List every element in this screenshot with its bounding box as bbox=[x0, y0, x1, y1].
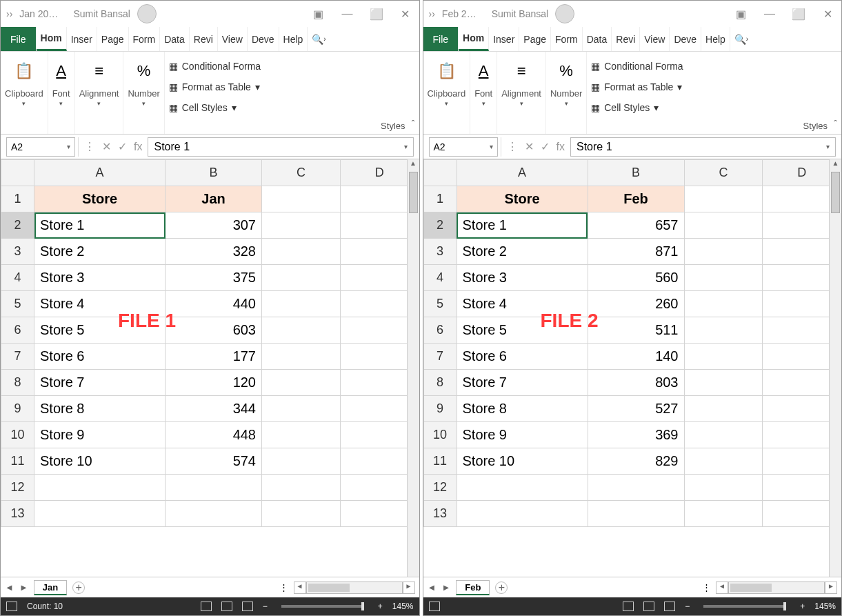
cell[interactable]: 328 bbox=[166, 239, 262, 265]
cell[interactable]: Store 9 bbox=[457, 422, 588, 448]
zoom-out-button[interactable]: − bbox=[263, 602, 268, 611]
name-box[interactable]: A2▾ bbox=[6, 137, 75, 157]
cell[interactable] bbox=[262, 291, 341, 317]
collapse-ribbon-button[interactable]: ˆ bbox=[412, 119, 415, 130]
cell[interactable] bbox=[684, 239, 763, 265]
cell[interactable] bbox=[588, 475, 684, 501]
horizontal-scrollbar[interactable]: ⋮ ◄► bbox=[702, 582, 837, 594]
formula-input[interactable]: Store 1▾ bbox=[570, 137, 836, 157]
cell[interactable]: Store bbox=[457, 186, 588, 212]
cell[interactable]: 177 bbox=[166, 344, 262, 370]
row-header[interactable]: 2 bbox=[1, 212, 34, 239]
scrollbar-thumb[interactable] bbox=[730, 584, 772, 592]
more-icon[interactable]: ⋮ bbox=[84, 140, 95, 153]
cell[interactable]: Feb bbox=[588, 186, 684, 212]
tab-deve[interactable]: Deve bbox=[670, 27, 701, 51]
chevron-down-icon[interactable]: ▾ bbox=[490, 143, 493, 150]
cell[interactable]: Store 3 bbox=[457, 265, 588, 291]
zoom-slider[interactable] bbox=[281, 605, 364, 608]
tab-deve[interactable]: Deve bbox=[248, 27, 279, 51]
row-header[interactable]: 10 bbox=[1, 422, 34, 448]
cell[interactable] bbox=[457, 501, 588, 527]
name-box[interactable]: A2▾ bbox=[429, 137, 498, 157]
table-button[interactable]: ▦Format as Table ▾ bbox=[169, 78, 415, 96]
ribbon-group-alignment[interactable]: ≡Alignment▾ bbox=[497, 52, 546, 134]
cell[interactable] bbox=[262, 186, 341, 212]
cell[interactable] bbox=[684, 212, 763, 239]
cell[interactable] bbox=[262, 370, 341, 396]
cell[interactable] bbox=[166, 475, 262, 501]
cell[interactable]: 803 bbox=[588, 370, 684, 396]
collapse-ribbon-button[interactable]: ˆ bbox=[834, 119, 837, 130]
minimize-button[interactable]: — bbox=[761, 6, 778, 22]
cell[interactable]: 560 bbox=[588, 265, 684, 291]
cell[interactable]: 375 bbox=[166, 265, 262, 291]
scroll-right-button[interactable]: ► bbox=[403, 582, 415, 594]
cell[interactable]: 369 bbox=[588, 422, 684, 448]
maximize-button[interactable]: ⬜ bbox=[368, 6, 385, 22]
cell[interactable]: Store 6 bbox=[34, 344, 166, 370]
col-header-C[interactable]: C bbox=[262, 160, 341, 186]
status-icon[interactable] bbox=[6, 602, 17, 611]
ribbon-group-font[interactable]: AFont▾ bbox=[48, 52, 75, 134]
scrollbar-thumb[interactable] bbox=[409, 172, 418, 213]
ribbon-mode-icon[interactable]: ▣ bbox=[310, 6, 327, 22]
cell[interactable]: 448 bbox=[166, 422, 262, 448]
cell[interactable]: 120 bbox=[166, 370, 262, 396]
cell[interactable] bbox=[262, 396, 341, 422]
ribbon-group-number[interactable]: %Number▾ bbox=[546, 52, 587, 134]
formula-input[interactable]: Store 1▾ bbox=[148, 137, 413, 157]
cell[interactable]: Store 5 bbox=[457, 317, 588, 344]
row-header[interactable]: 4 bbox=[1, 265, 34, 291]
col-header-B[interactable]: B bbox=[588, 160, 684, 186]
table-button[interactable]: ▦Format as Table ▾ bbox=[591, 78, 837, 96]
cancel-edit-button[interactable]: ✕ bbox=[102, 140, 111, 153]
row-header[interactable]: 13 bbox=[423, 501, 457, 527]
cell[interactable]: 140 bbox=[588, 344, 684, 370]
cell[interactable]: Store 6 bbox=[457, 344, 588, 370]
chevron-down-icon[interactable]: ▾ bbox=[67, 143, 70, 150]
view-page-break-button[interactable] bbox=[664, 602, 675, 611]
more-icon[interactable]: ⋮ bbox=[702, 582, 716, 593]
cell[interactable] bbox=[262, 422, 341, 448]
avatar[interactable] bbox=[137, 4, 157, 23]
tell-me-search[interactable]: 🔍› bbox=[308, 27, 330, 51]
tab-hom[interactable]: Hom bbox=[37, 27, 67, 51]
cell[interactable] bbox=[262, 239, 341, 265]
scrollbar-thumb[interactable] bbox=[308, 584, 350, 592]
scroll-up-button[interactable]: ▲ bbox=[830, 159, 841, 172]
tell-me-search[interactable]: 🔍› bbox=[730, 27, 752, 51]
row-header[interactable]: 6 bbox=[1, 317, 34, 344]
chevron-down-icon[interactable]: ▾ bbox=[826, 143, 830, 150]
row-header[interactable]: 8 bbox=[423, 370, 457, 396]
chevron-down-icon[interactable]: ▾ bbox=[404, 143, 408, 150]
tab-inser[interactable]: Inser bbox=[489, 27, 519, 51]
cell[interactable]: Store bbox=[34, 186, 166, 212]
cell[interactable] bbox=[166, 501, 262, 527]
confirm-edit-button[interactable]: ✓ bbox=[118, 140, 127, 153]
cancel-edit-button[interactable]: ✕ bbox=[525, 140, 534, 153]
cell[interactable]: Store 8 bbox=[34, 396, 166, 422]
cell[interactable]: Store 4 bbox=[457, 291, 588, 317]
row-header[interactable]: 12 bbox=[423, 475, 457, 501]
horizontal-scrollbar[interactable]: ⋮ ◄► bbox=[279, 582, 414, 594]
vertical-scrollbar[interactable]: ▲▼ bbox=[829, 159, 841, 577]
scroll-left-button[interactable]: ◄ bbox=[294, 582, 306, 594]
cell[interactable]: 657 bbox=[588, 212, 684, 239]
col-header-B[interactable]: B bbox=[166, 160, 262, 186]
cell[interactable]: Store 9 bbox=[34, 422, 166, 448]
row-header[interactable]: 3 bbox=[1, 239, 34, 265]
row-header[interactable]: 10 bbox=[423, 422, 457, 448]
view-page-layout-button[interactable] bbox=[643, 602, 654, 611]
cell[interactable]: Store 10 bbox=[457, 448, 588, 475]
cell[interactable] bbox=[457, 475, 588, 501]
close-button[interactable]: ✕ bbox=[397, 6, 414, 22]
ribbon-mode-icon[interactable]: ▣ bbox=[732, 6, 749, 22]
cell[interactable]: 574 bbox=[166, 448, 262, 475]
tab-data[interactable]: Data bbox=[583, 27, 612, 51]
status-icon[interactable] bbox=[429, 602, 440, 611]
zoom-out-button[interactable]: − bbox=[685, 602, 690, 611]
cell[interactable] bbox=[262, 265, 341, 291]
cell[interactable] bbox=[684, 370, 763, 396]
tab-data[interactable]: Data bbox=[160, 27, 190, 51]
